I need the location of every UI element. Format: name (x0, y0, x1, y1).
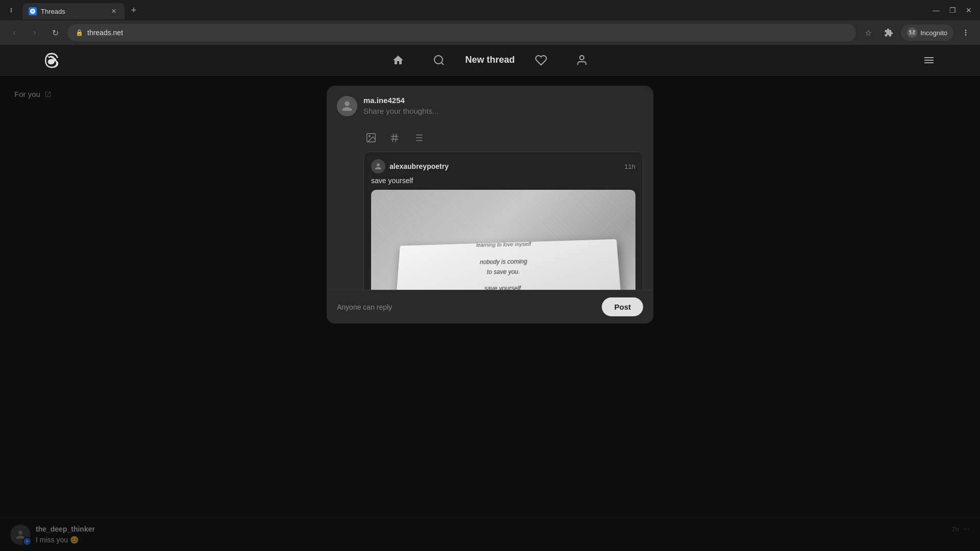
reload-button[interactable]: ↻ (47, 24, 63, 41)
quoted-time: 11h (624, 163, 635, 170)
compose-right: ma.ine4254 (363, 96, 643, 145)
book-text-container: learning to love myself nobody is coming… (475, 241, 532, 290)
top-nav: New thread (0, 45, 980, 76)
svg-line-9 (393, 134, 394, 142)
lock-icon: 🔒 (76, 29, 83, 36)
new-thread-dialog: ma.ine4254 (327, 86, 653, 323)
quoted-header: alexaubreypoetry 11h (371, 159, 635, 173)
compose-area: ma.ine4254 (337, 96, 643, 152)
minimize-button[interactable]: — (929, 3, 943, 17)
book-line2: nobody is coming (476, 257, 531, 266)
quoted-avatar (371, 159, 385, 173)
list-tool-button[interactable] (410, 130, 426, 145)
quoted-thread: alexaubreypoetry 11h save yourself learn… (363, 152, 643, 290)
main-content: For you (0, 76, 980, 551)
heart-nav-button[interactable] (531, 50, 551, 70)
extensions-button[interactable] (880, 24, 897, 41)
svg-point-3 (434, 56, 443, 64)
svg-line-10 (396, 134, 397, 142)
svg-point-1 (11, 10, 12, 11)
search-nav-button[interactable] (429, 50, 449, 70)
bookmark-button[interactable]: ☆ (860, 24, 876, 41)
incognito-label: Incognito (920, 29, 947, 37)
window-controls: — ❐ ✕ (929, 3, 976, 17)
maximize-button[interactable]: ❐ (945, 3, 960, 17)
incognito-icon (907, 28, 917, 38)
modal-overlay: ma.ine4254 (0, 76, 980, 551)
tab-back-forward (4, 3, 18, 17)
quoted-username: alexaubreypoetry (389, 162, 620, 170)
book-line4: save yourself. (475, 285, 532, 290)
user-avatar (337, 96, 357, 116)
profile-nav-button[interactable] (572, 50, 592, 70)
new-tab-button[interactable]: + (127, 3, 141, 17)
incognito-profile-button[interactable]: Incognito (901, 24, 953, 41)
quoted-text: save yourself (371, 177, 635, 185)
url-text: threads.net (87, 29, 123, 37)
forward-button[interactable]: › (27, 24, 43, 41)
svg-point-4 (580, 56, 584, 60)
tab-title: Threads (41, 8, 105, 15)
compose-tools (363, 130, 643, 145)
app-container: New thread (0, 45, 980, 551)
page-title: New thread (465, 55, 514, 65)
address-bar: ‹ › ↻ 🔒 threads.net ☆ Incognito (0, 20, 980, 45)
quoted-image: learning to love myself nobody is coming… (371, 190, 635, 290)
svg-point-6 (369, 135, 370, 137)
svg-point-0 (11, 8, 12, 9)
url-bar[interactable]: 🔒 threads.net (67, 24, 856, 41)
dialog-body: ma.ine4254 (327, 86, 653, 290)
home-nav-button[interactable] (388, 50, 408, 70)
reply-permission-text: Anyone can reply (337, 303, 392, 311)
active-tab[interactable]: Threads ✕ (22, 3, 125, 19)
tab-favicon (29, 7, 37, 15)
back-button[interactable]: ‹ (6, 24, 22, 41)
dialog-scroll-area[interactable]: ma.ine4254 (327, 86, 653, 290)
tab-bar: Threads ✕ + — ❐ ✕ (0, 0, 980, 20)
settings-button[interactable] (958, 24, 974, 41)
tab-close-button[interactable]: ✕ (109, 7, 118, 16)
book-line1: learning to love myself (476, 241, 531, 248)
profile-area: Incognito (901, 24, 953, 41)
image-tool-button[interactable] (363, 130, 379, 145)
hashtag-tool-button[interactable] (387, 130, 402, 145)
book-line3: to save you. (476, 268, 532, 276)
threads-logo (41, 50, 61, 70)
close-window-button[interactable]: ✕ (962, 3, 976, 17)
compose-username: ma.ine4254 (363, 96, 643, 105)
browser-chrome: Threads ✕ + — ❐ ✕ ‹ › ↻ 🔒 threads.net ☆ (0, 0, 980, 45)
tab-switcher[interactable] (4, 3, 18, 17)
post-button[interactable]: Post (602, 297, 643, 316)
svg-point-2 (11, 11, 12, 12)
dialog-footer: Anyone can reply Post (327, 290, 653, 323)
compose-input[interactable] (363, 107, 643, 124)
menu-button[interactable] (919, 50, 939, 70)
